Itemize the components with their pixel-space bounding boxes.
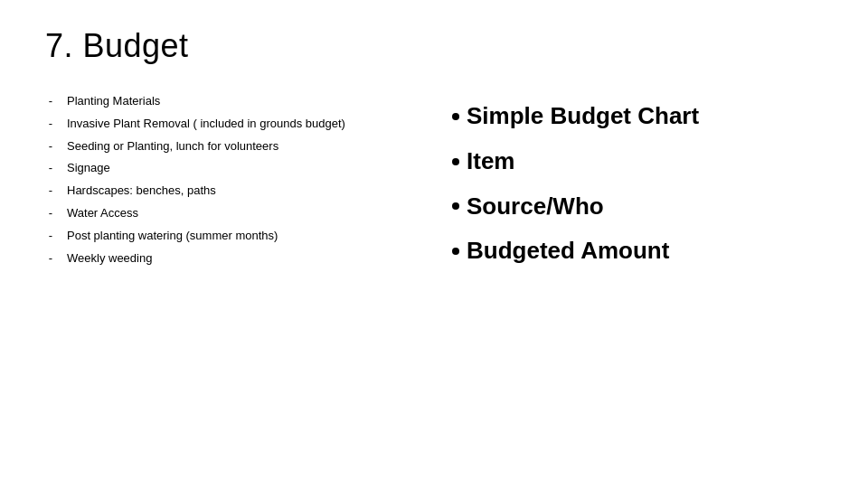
list-item-text: Signage bbox=[67, 159, 416, 178]
list-item: -Hardscapes: benches, paths bbox=[45, 182, 416, 201]
list-item: -Planting Materials bbox=[45, 92, 416, 111]
right-column: Simple Budget ChartItemSource/WhoBudgete… bbox=[452, 92, 823, 461]
list-item: -Weekly weeding bbox=[45, 249, 416, 268]
list-item: -Water Access bbox=[45, 204, 416, 223]
bullet-dot bbox=[452, 202, 459, 210]
bullet-item: Item bbox=[452, 146, 823, 177]
bullet-dot bbox=[452, 248, 459, 255]
bullet-item: Simple Budget Chart bbox=[452, 101, 823, 132]
bullet-text: Budgeted Amount bbox=[467, 236, 669, 267]
list-item: -Invasive Plant Removal ( included in gr… bbox=[45, 115, 416, 134]
list-item-text: Water Access bbox=[67, 204, 416, 223]
bullet-item: Budgeted Amount bbox=[452, 236, 823, 267]
bullet-text: Simple Budget Chart bbox=[467, 101, 699, 132]
list-item-text: Post planting watering (summer months) bbox=[67, 227, 416, 246]
list-item-text: Invasive Plant Removal ( included in gro… bbox=[67, 115, 416, 134]
bullet-text: Source/Who bbox=[467, 192, 604, 222]
list-dash: - bbox=[45, 137, 56, 156]
list-dash: - bbox=[45, 204, 56, 223]
list-dash: - bbox=[45, 159, 56, 178]
bullet-dot bbox=[452, 158, 459, 165]
list-item-text: Hardscapes: benches, paths bbox=[67, 182, 416, 201]
list-dash: - bbox=[45, 249, 56, 268]
list-item: -Post planting watering (summer months) bbox=[45, 227, 416, 246]
content-area: -Planting Materials-Invasive Plant Remov… bbox=[45, 92, 823, 461]
bullet-text: Item bbox=[467, 146, 514, 177]
list-dash: - bbox=[45, 92, 56, 111]
list-item-text: Planting Materials bbox=[67, 92, 416, 111]
list-item: -Signage bbox=[45, 159, 416, 178]
bullet-item: Source/Who bbox=[452, 192, 823, 222]
left-column: -Planting Materials-Invasive Plant Remov… bbox=[45, 92, 416, 461]
list-item: -Seeding or Planting, lunch for voluntee… bbox=[45, 137, 416, 156]
list-dash: - bbox=[45, 182, 56, 201]
list-dash: - bbox=[45, 227, 56, 246]
list-item-text: Seeding or Planting, lunch for volunteer… bbox=[67, 137, 416, 156]
list-dash: - bbox=[45, 115, 56, 134]
page-title: 7. Budget bbox=[45, 27, 823, 65]
page: 7. Budget -Planting Materials-Invasive P… bbox=[0, 0, 868, 488]
bullet-dot bbox=[452, 113, 459, 120]
list-item-text: Weekly weeding bbox=[67, 249, 416, 268]
